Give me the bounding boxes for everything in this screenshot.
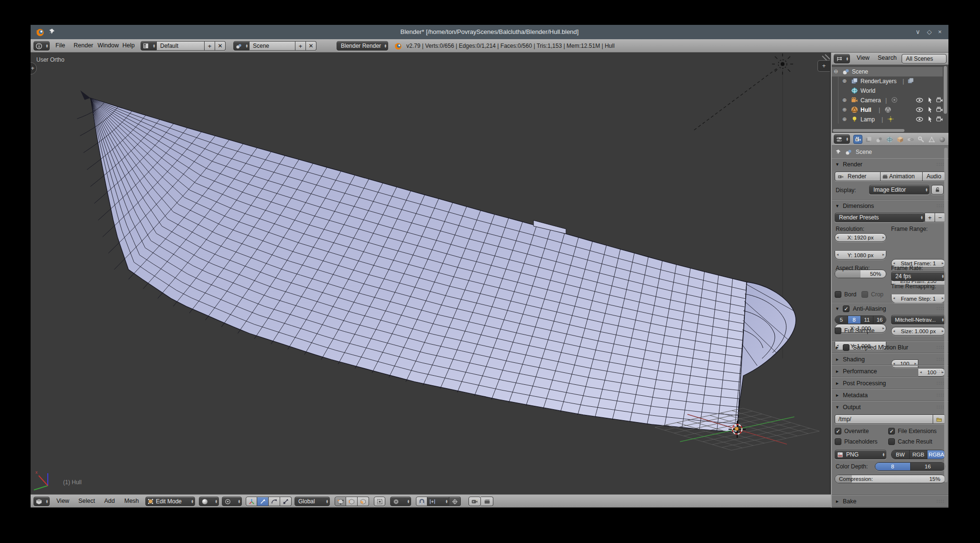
smb-checkbox[interactable] xyxy=(843,344,849,351)
render-presets-select[interactable]: Render Presets ▴▾ xyxy=(835,213,925,222)
border-checkbox[interactable]: Bord xyxy=(835,291,856,298)
add-layout-button[interactable]: + xyxy=(205,41,215,51)
tab-object-data[interactable] xyxy=(927,135,936,143)
render-anim-opengl-button[interactable] xyxy=(481,497,493,506)
tab-world[interactable] xyxy=(885,135,893,143)
panel-performance-header[interactable]: ► Performance ········ xyxy=(832,366,948,377)
render-audio-button[interactable]: Audio xyxy=(923,172,946,181)
display-lock-button[interactable] xyxy=(931,185,944,195)
selectable-icon[interactable] xyxy=(926,106,934,113)
breadcrumb-label[interactable]: Scene xyxy=(856,149,872,155)
menu-mesh[interactable]: Mesh xyxy=(122,495,141,508)
scene-browse[interactable]: ▴▾ xyxy=(233,41,250,51)
file-extensions-checkbox[interactable]: ✓ File Extensions xyxy=(888,428,936,434)
outliner-row-renderlayers[interactable]: ⊕ RenderLayers | xyxy=(832,76,943,86)
editor-type-selector[interactable]: ▴▾ xyxy=(33,497,50,506)
resolution-y-field[interactable]: ◂Y: 1080 px▸ xyxy=(835,251,886,260)
outliner-row-hull[interactable]: ⊕ Hull | xyxy=(832,105,943,115)
properties-vscrollbar[interactable] xyxy=(944,148,947,482)
panel-grip-icon[interactable]: ········ xyxy=(936,393,945,397)
vertex-select-button[interactable] xyxy=(335,497,346,506)
outliner-row-scene[interactable]: ⊖ Scene xyxy=(832,67,943,76)
selectable-icon[interactable] xyxy=(926,97,934,104)
panel-anti-aliasing-header[interactable]: ▼ ✓ Anti-Aliasing ········ xyxy=(832,303,948,314)
anti-aliasing-checkbox[interactable]: ✓ xyxy=(843,305,849,312)
menu-select[interactable]: Select xyxy=(76,495,97,508)
outliner-menu-view[interactable]: View xyxy=(855,52,871,65)
tab-constraints[interactable] xyxy=(906,135,915,143)
panel-output-header[interactable]: ▼ Output ········ xyxy=(832,402,948,413)
panel-grip-icon[interactable]: ········ xyxy=(936,163,945,166)
expand-icon[interactable]: ⊕ xyxy=(842,97,847,103)
viewport-3d[interactable]: x User Ortho (1) Hull + + xyxy=(31,53,831,494)
panel-metadata-header[interactable]: ► Metadata ········ xyxy=(832,390,948,401)
editor-type-selector[interactable]: ▴▾ xyxy=(834,134,850,144)
editor-type-selector[interactable]: ▴▾ xyxy=(33,41,50,51)
aa-filter-select[interactable]: Mitchell-Netrav... ▴▾ xyxy=(891,315,946,325)
panel-dimensions-header[interactable]: ▼ Dimensions ········ xyxy=(832,200,948,211)
delete-layout-button[interactable]: ✕ xyxy=(215,41,226,51)
rotate-manipulator-button[interactable] xyxy=(269,497,280,506)
cache-result-checkbox[interactable]: Cache Result xyxy=(888,438,932,445)
expand-icon[interactable]: ⊕ xyxy=(842,107,847,113)
panel-grip-icon[interactable]: ········ xyxy=(936,307,945,311)
hide-icon[interactable] xyxy=(916,116,923,123)
panel-grip-icon[interactable]: ········ xyxy=(936,405,945,409)
render-restrict-icon[interactable] xyxy=(936,97,943,104)
edge-select-button[interactable] xyxy=(346,497,358,506)
panel-smb-header[interactable]: ► Sampled Motion Blur ········ xyxy=(832,342,948,353)
render-still-opengl-button[interactable] xyxy=(468,497,481,506)
manipulator-toggle[interactable] xyxy=(246,497,257,506)
menu-view[interactable]: View xyxy=(54,495,71,508)
panel-grip-icon[interactable]: ········ xyxy=(936,369,945,373)
aa-size-field[interactable]: ◂Size: 1.000 px▸ xyxy=(891,327,946,336)
resolution-x-field[interactable]: ◂X: 1920 px▸ xyxy=(835,233,886,242)
color-mode-rgba[interactable]: RGBA xyxy=(927,450,945,459)
viewport-shading-select[interactable]: ▴▾ xyxy=(199,497,219,506)
outliner-vscrollbar[interactable] xyxy=(944,66,947,114)
menu-add[interactable]: Add xyxy=(102,495,117,508)
aa-samples-11[interactable]: 11 xyxy=(861,316,874,324)
panel-grip-icon[interactable]: ········ xyxy=(936,204,945,208)
panel-bake-header[interactable]: ► Bake ········ xyxy=(832,496,948,507)
panel-grip-icon[interactable]: ········ xyxy=(936,500,945,503)
color-mode-bw[interactable]: BW xyxy=(892,450,910,459)
outliner-hscrollbar[interactable] xyxy=(833,129,904,132)
file-format-select[interactable]: PNG ▴▾ xyxy=(835,450,886,459)
panel-grip-icon[interactable]: ········ xyxy=(936,358,945,361)
proportional-edit-select[interactable]: ▴▾ xyxy=(390,497,411,506)
aa-samples-16[interactable]: 16 xyxy=(873,316,886,324)
properties-region-expand-tab[interactable]: + xyxy=(817,60,830,72)
full-sample-checkbox[interactable]: Full Sample xyxy=(835,327,874,334)
tab-render[interactable] xyxy=(854,135,862,143)
selectable-icon[interactable] xyxy=(926,116,934,123)
color-depth-16[interactable]: 16 xyxy=(911,463,946,470)
menu-help[interactable]: Help xyxy=(120,39,137,52)
render-display-select[interactable]: Image Editor ▴▾ xyxy=(869,185,929,195)
scene-name-field[interactable]: Scene xyxy=(250,41,295,51)
limit-selection-visible-button[interactable] xyxy=(374,497,385,506)
menu-render[interactable]: Render xyxy=(72,39,95,52)
add-scene-button[interactable]: + xyxy=(295,41,306,51)
color-mode-rgb[interactable]: RGB xyxy=(910,450,928,459)
panel-post-processing-header[interactable]: ► Post Processing ········ xyxy=(832,378,948,389)
maximize-button[interactable]: ◇ xyxy=(924,25,935,39)
pin-icon[interactable] xyxy=(48,28,55,35)
close-button[interactable]: × xyxy=(934,25,946,39)
render-engine-select[interactable]: Blender Render ▴▾ xyxy=(337,41,388,51)
tab-render-layers[interactable] xyxy=(864,135,872,143)
delete-scene-button[interactable]: ✕ xyxy=(306,41,316,51)
aa-samples-8[interactable]: 8 xyxy=(848,316,861,324)
expand-icon[interactable]: ⊕ xyxy=(842,78,847,84)
frame-step-field[interactable]: ◂Frame Step: 1▸ xyxy=(891,294,946,303)
screen-layout-browse[interactable]: ▴▾ xyxy=(141,41,157,51)
hide-icon[interactable] xyxy=(916,106,923,113)
outliner-row-world[interactable]: World xyxy=(832,86,943,96)
tab-object[interactable] xyxy=(896,135,904,143)
snap-element-select[interactable]: ▴▾ xyxy=(427,497,449,506)
add-preset-button[interactable]: + xyxy=(925,213,935,222)
render-button[interactable]: Render xyxy=(835,172,881,181)
hide-icon[interactable] xyxy=(916,97,923,104)
overwrite-checkbox[interactable]: ✓ Overwrite xyxy=(835,428,869,434)
panel-render-header[interactable]: ▼ Render ········ xyxy=(832,159,948,170)
